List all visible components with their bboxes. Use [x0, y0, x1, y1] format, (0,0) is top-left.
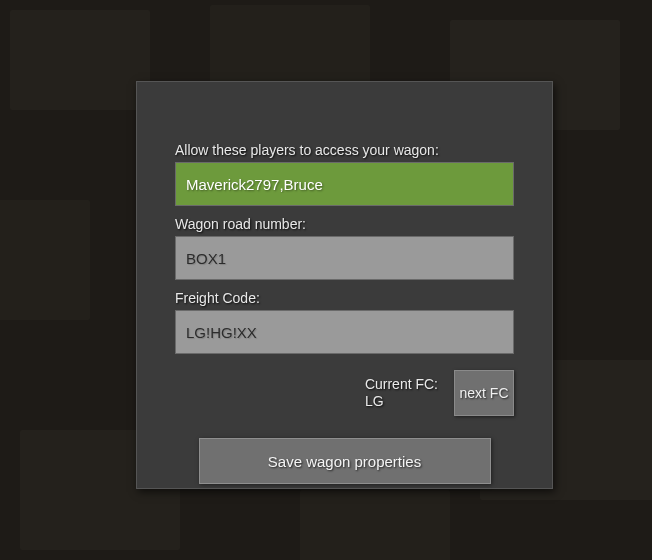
current-fc-text: Current FC: LG	[365, 376, 438, 411]
bg-tile	[300, 490, 450, 560]
save-wagon-properties-button[interactable]: Save wagon properties	[199, 438, 491, 484]
freight-code-label: Freight Code:	[175, 290, 514, 306]
bg-tile	[0, 200, 90, 320]
freight-code-input[interactable]	[175, 310, 514, 354]
road-number-label: Wagon road number:	[175, 216, 514, 232]
current-fc-value: LG	[365, 393, 384, 409]
current-fc-row: Current FC: LG next FC	[175, 370, 514, 416]
players-access-input[interactable]	[175, 162, 514, 206]
road-number-input[interactable]	[175, 236, 514, 280]
save-row: Save wagon properties	[175, 438, 514, 484]
players-access-label: Allow these players to access your wagon…	[175, 142, 514, 158]
next-fc-button[interactable]: next FC	[454, 370, 514, 416]
bg-tile	[10, 10, 150, 110]
wagon-properties-panel: Allow these players to access your wagon…	[136, 81, 553, 489]
current-fc-prefix: Current FC:	[365, 376, 438, 392]
